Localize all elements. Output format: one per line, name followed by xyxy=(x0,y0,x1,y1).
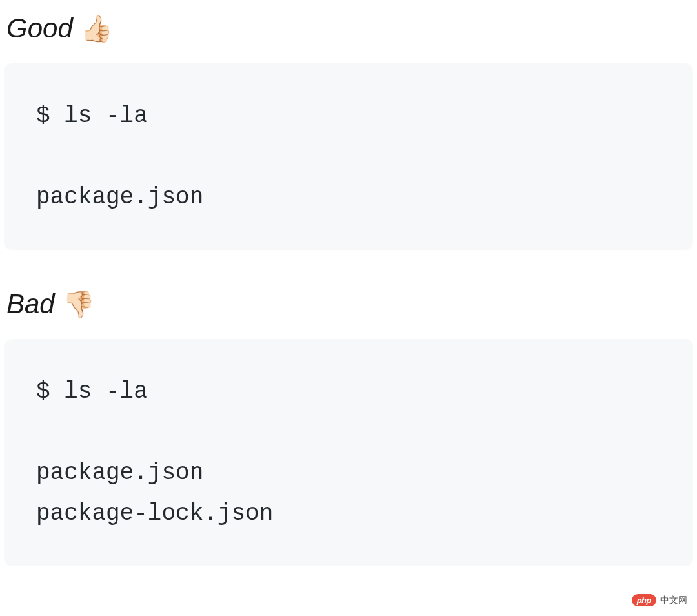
good-heading: Good 👍🏻 xyxy=(0,0,697,63)
good-section: Good 👍🏻 $ ls -la package.json xyxy=(0,0,697,250)
watermark-badge: php xyxy=(632,594,656,606)
watermark: php 中文网 xyxy=(632,594,687,606)
bad-section: Bad 👎🏻 $ ls -la package.json package-loc… xyxy=(0,276,697,566)
good-code-block: $ ls -la package.json xyxy=(4,63,693,250)
thumbs-up-icon: 👍🏻 xyxy=(81,14,113,44)
bad-heading: Bad 👎🏻 xyxy=(0,276,697,339)
watermark-text: 中文网 xyxy=(660,595,687,606)
good-label: Good xyxy=(6,13,73,44)
bad-label: Bad xyxy=(6,289,55,320)
thumbs-down-icon: 👎🏻 xyxy=(63,289,95,320)
bad-code-block: $ ls -la package.json package-lock.json xyxy=(4,339,693,566)
